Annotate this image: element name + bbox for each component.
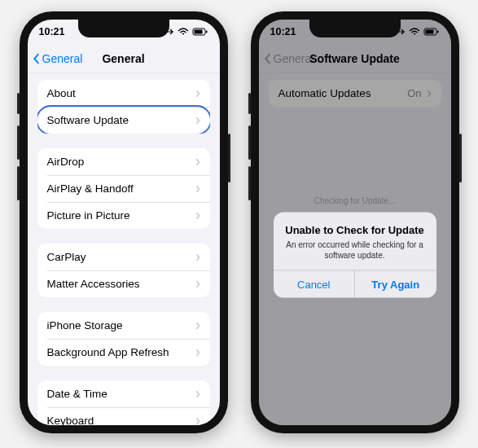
row-right xyxy=(195,417,200,425)
row-right xyxy=(195,280,200,288)
settings-group: Date & TimeKeyboardFontsLanguage & Regio… xyxy=(37,380,210,425)
settings-group: iPhone StorageBackground App Refresh xyxy=(37,312,210,366)
cancel-button[interactable]: Cancel xyxy=(274,270,355,297)
row-right xyxy=(195,158,200,166)
settings-group: AirDropAirPlay & HandoffPicture in Pictu… xyxy=(37,148,210,229)
wifi-icon xyxy=(178,28,189,36)
chevron-right-icon xyxy=(195,158,200,166)
settings-row[interactable]: Software Update xyxy=(37,107,210,134)
alert-title: Unable to Check for Update xyxy=(283,223,427,235)
content-area[interactable]: AboutSoftware UpdateAirDropAirPlay & Han… xyxy=(28,73,220,425)
settings-row[interactable]: Picture in Picture xyxy=(37,202,210,229)
row-right xyxy=(195,185,200,193)
row-label: AirPlay & Handoff xyxy=(47,182,134,195)
row-label: Keyboard xyxy=(47,415,94,425)
settings-row[interactable]: AirDrop xyxy=(37,148,210,175)
phone-left: 10:21 General General AboutSoftware Upda… xyxy=(20,11,228,433)
row-right xyxy=(195,349,200,357)
row-right xyxy=(195,253,200,261)
settings-group: AboutSoftware Update xyxy=(37,80,210,134)
back-label: General xyxy=(42,52,83,65)
screen-software-update: 10:21 General Software Update Automatic … xyxy=(259,20,451,425)
nav-bar: General General xyxy=(28,44,220,73)
row-label: About xyxy=(47,87,76,99)
row-label: Matter Accessories xyxy=(47,278,140,290)
row-label: Software Update xyxy=(47,114,129,126)
chevron-right-icon xyxy=(195,116,200,125)
settings-group: CarPlayMatter Accessories xyxy=(37,244,210,297)
alert-dialog: Unable to Check for Update An error occu… xyxy=(274,212,436,297)
chevron-right-icon xyxy=(195,253,200,261)
chevron-right-icon xyxy=(195,417,200,425)
chevron-right-icon xyxy=(195,185,200,193)
back-button[interactable]: General xyxy=(33,52,83,65)
row-label: Background App Refresh xyxy=(47,346,169,358)
notch xyxy=(309,20,401,37)
svg-rect-2 xyxy=(206,31,208,33)
svg-rect-1 xyxy=(194,30,202,34)
row-right xyxy=(195,116,200,125)
settings-row[interactable]: AirPlay & Handoff xyxy=(37,175,210,202)
row-right xyxy=(195,90,200,98)
screen-general: 10:21 General General AboutSoftware Upda… xyxy=(28,20,220,425)
settings-row[interactable]: About xyxy=(37,80,210,107)
alert-message: An error occurred while checking for a s… xyxy=(283,239,427,260)
chevron-right-icon xyxy=(195,280,200,288)
chevron-right-icon xyxy=(195,212,200,220)
chevron-right-icon xyxy=(195,322,200,330)
settings-row[interactable]: Keyboard xyxy=(37,407,210,425)
notch xyxy=(78,20,169,37)
row-right xyxy=(195,322,200,330)
settings-row[interactable]: Matter Accessories xyxy=(37,270,210,297)
battery-icon xyxy=(192,28,208,36)
row-label: AirDrop xyxy=(47,156,85,168)
status-icons xyxy=(164,28,208,36)
settings-row[interactable]: Date & Time xyxy=(37,380,210,407)
phone-right: 10:21 General Software Update Automatic … xyxy=(251,11,459,433)
row-label: Picture in Picture xyxy=(47,209,130,222)
settings-row[interactable]: Background App Refresh xyxy=(37,339,210,366)
row-label: CarPlay xyxy=(47,251,86,263)
row-right xyxy=(195,390,200,398)
chevron-right-icon xyxy=(195,349,200,357)
row-right xyxy=(195,212,200,220)
settings-row[interactable]: CarPlay xyxy=(37,244,210,270)
chevron-right-icon xyxy=(195,90,200,98)
try-again-button[interactable]: Try Again xyxy=(354,270,436,297)
settings-row[interactable]: iPhone Storage xyxy=(37,312,210,339)
row-label: iPhone Storage xyxy=(47,319,123,332)
chevron-left-icon xyxy=(33,53,41,64)
row-label: Date & Time xyxy=(47,388,107,400)
status-time: 10:21 xyxy=(39,26,65,37)
chevron-right-icon xyxy=(195,390,200,398)
